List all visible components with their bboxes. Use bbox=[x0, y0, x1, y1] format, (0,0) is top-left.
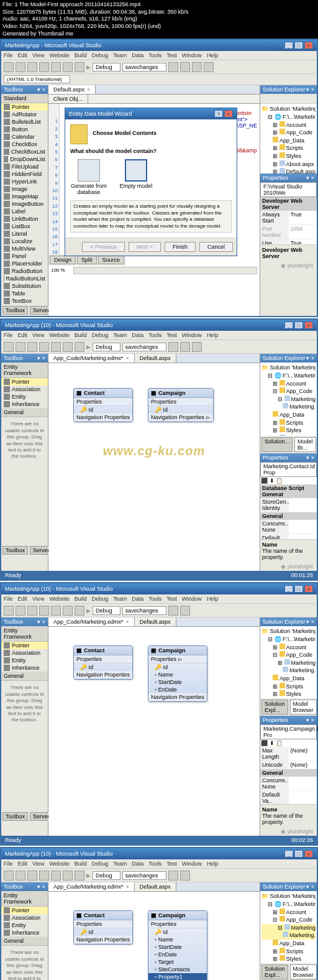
wizard-close-button[interactable]: × bbox=[224, 110, 233, 118]
toolbar-icon[interactable] bbox=[16, 62, 25, 72]
entity-contact[interactable]: ▦ Contact Properties 🔑 Id Navigation Pro… bbox=[73, 910, 133, 945]
toolbar-icon[interactable] bbox=[51, 62, 61, 72]
cancel-button[interactable]: Cancel bbox=[199, 242, 233, 252]
toolbox-item-imagebutton[interactable]: ImageButton bbox=[1, 200, 48, 208]
props-select[interactable]: F:\Visual Studio 2010\We bbox=[260, 182, 317, 197]
toolbox-entity[interactable]: Entity bbox=[1, 393, 48, 400]
maximize-button[interactable]: □ bbox=[294, 321, 303, 329]
solution-tree[interactable]: 📁 Solution 'MarketingApp' (10) ⊟ 🌐 F:\..… bbox=[260, 104, 317, 173]
toolbox-item-textbox[interactable]: TextBox bbox=[1, 297, 48, 305]
close-button[interactable]: × bbox=[304, 42, 313, 49]
window-titlebar[interactable]: MarketingApp - Microsoft Visual Studio _… bbox=[1, 40, 317, 51]
toolbox-item-radiobuttonlist[interactable]: RadioButtonList bbox=[1, 275, 48, 282]
toolbar-icon[interactable] bbox=[75, 62, 84, 72]
entity-campaign[interactable]: ▦Campaign Properties 🔑 Id Navigation Pro… bbox=[148, 388, 214, 422]
wizard-buttons: < Previous Next > Finish Cancel bbox=[65, 238, 237, 256]
toolbox-item-bulletedlist[interactable]: BulletedList bbox=[1, 118, 48, 126]
toolbox-item-image[interactable]: Image bbox=[1, 185, 48, 193]
toolbox-item-hiddenfield[interactable]: HiddenField bbox=[1, 170, 48, 178]
opt-generate-db[interactable]: Generate from database bbox=[70, 159, 107, 195]
opt-empty-model[interactable]: Empty model bbox=[117, 159, 155, 195]
toolbox-item-table[interactable]: Table bbox=[1, 290, 48, 297]
close-icon: × bbox=[87, 86, 90, 93]
toolbox-item-linkbutton[interactable]: LinkButton bbox=[1, 215, 48, 223]
toolbox-item-calendar[interactable]: Calendar bbox=[1, 133, 48, 141]
toolbox-item-button[interactable]: Button bbox=[1, 126, 48, 133]
toolbox-item-listbox[interactable]: ListBox bbox=[1, 223, 48, 230]
toolbar-icon[interactable] bbox=[4, 342, 14, 352]
toolbox-section-general[interactable]: General bbox=[1, 408, 48, 417]
toolbox-item-placeholder[interactable]: PlaceHolder bbox=[1, 260, 48, 267]
toolbox-panel: Toolbox▾ × Entity Framework Pointer Asso… bbox=[1, 354, 48, 571]
toolbox-item-substitution[interactable]: Substitution bbox=[1, 282, 48, 290]
toolbox-item-fileupload[interactable]: FileUpload bbox=[1, 163, 48, 170]
entity-contact[interactable]: ▦Contact Properties 🔑 Id Navigation Prop… bbox=[73, 388, 133, 422]
entity-contact[interactable]: ▦ Contact Properties 🔑 Id Navigation Pro… bbox=[73, 645, 133, 680]
help-button[interactable]: ? bbox=[214, 110, 223, 118]
toolbar-icon[interactable] bbox=[204, 62, 214, 72]
toolbar-icon[interactable] bbox=[192, 62, 202, 72]
minimize-button[interactable]: _ bbox=[284, 321, 293, 329]
toolbox-section-standard[interactable]: Standard bbox=[1, 94, 48, 103]
main-toolbar[interactable]: ▶ Debug savechanges bbox=[1, 60, 317, 74]
toolbox-inheritance[interactable]: Inheritance bbox=[1, 400, 48, 408]
entity-campaign[interactable]: ▦ Campaign Properties 🔑 Id ▫ Name ▫ Star… bbox=[148, 910, 207, 980]
maximize-button[interactable]: □ bbox=[294, 42, 303, 49]
wizard-heading: Choose Model Contents bbox=[93, 130, 157, 136]
document-tabs[interactable]: App_Code/Marketing.edmx*× Default.aspx bbox=[48, 354, 260, 363]
solution-explorer-header[interactable]: Solution Explorer▾ × bbox=[260, 85, 317, 94]
menu-bar[interactable]: FileEditViewWebsiteBuildDebugTeamDataToo… bbox=[1, 51, 317, 60]
toolbox-item-checkboxlist[interactable]: CheckBoxList bbox=[1, 148, 48, 155]
document-tabs[interactable]: Default.aspx× bbox=[48, 85, 260, 95]
toolbox-item-adrotator[interactable]: AdRotator bbox=[1, 111, 48, 118]
toolbox-item-pointer[interactable]: Pointer bbox=[1, 103, 48, 111]
toolbar-icon[interactable] bbox=[63, 62, 73, 72]
vs-window-4: MarketingApp (10) - Microsoft Visual Stu… bbox=[0, 847, 318, 980]
design-tabs[interactable]: DesignSplitSource bbox=[48, 254, 125, 266]
toolbar-icon[interactable] bbox=[27, 62, 37, 72]
toolbox-item-hyperlink[interactable]: HyperLink bbox=[1, 178, 48, 185]
sub-toolbar[interactable]: (XHTML 1.0 Transitional) bbox=[1, 74, 317, 85]
findtext-select[interactable]: savechanges bbox=[122, 343, 166, 351]
tab-default[interactable]: Default.aspx bbox=[135, 354, 176, 363]
config-select[interactable]: Debug bbox=[93, 63, 120, 72]
toolbox-item-literal[interactable]: Literal bbox=[1, 230, 48, 238]
horizontal-scrollbar[interactable] bbox=[73, 267, 257, 274]
toolbox-header[interactable]: Toolbox▾ × bbox=[1, 85, 48, 94]
toolbox-item-checkbox[interactable]: CheckBox bbox=[1, 141, 48, 148]
config-select[interactable]: Debug bbox=[93, 343, 120, 351]
toolbar-icon[interactable] bbox=[4, 62, 14, 72]
toolbox-item-label[interactable]: Label bbox=[1, 208, 48, 215]
toolbox-item-localize[interactable]: Localize bbox=[1, 238, 48, 245]
status-bar: Ready00:01:25 bbox=[1, 571, 317, 580]
toolbox-item-imagemap[interactable]: ImageMap bbox=[1, 193, 48, 200]
window-titlebar[interactable]: MarketingApp (10) - Microsoft Visual Stu… bbox=[1, 320, 317, 331]
entity-campaign[interactable]: ▦ Campaign Properties ▻ 🔑 Id ▫ Name ▫ St… bbox=[148, 645, 207, 702]
tab-client[interactable]: Client Obj... bbox=[48, 95, 88, 103]
findtext-select[interactable]: savechanges bbox=[122, 63, 166, 72]
tab-default[interactable]: Default.aspx× bbox=[48, 85, 96, 94]
tab-edmx[interactable]: App_Code/Marketing.edmx*× bbox=[48, 354, 135, 363]
main-toolbar[interactable]: ▶ Debug savechanges bbox=[1, 340, 317, 354]
toolbox-item-radiobutton[interactable]: RadioButton bbox=[1, 267, 48, 275]
minimize-button[interactable]: _ bbox=[284, 42, 293, 49]
toolbox-bottom-tabs[interactable]: ToolboxServer... bbox=[1, 305, 48, 316]
toolbar-icon[interactable] bbox=[39, 62, 49, 72]
toolbox-pointer[interactable]: Pointer bbox=[1, 378, 48, 386]
zoom-level[interactable]: 100 % bbox=[51, 267, 65, 273]
menu-bar[interactable]: FileEditViewWebsiteBuildDebugTeamDataToo… bbox=[1, 331, 317, 340]
toolbox-item-dropdownlist[interactable]: DropDownList bbox=[1, 155, 48, 163]
menu-bar[interactable]: FileEditViewWebsiteBuildDebugTeamDataToo… bbox=[1, 859, 317, 869]
toolbar-icon[interactable] bbox=[180, 62, 190, 72]
vs-window-3: MarketingApp (10) - Microsoft Visual Stu… bbox=[0, 582, 318, 846]
toolbox-association[interactable]: Association bbox=[1, 386, 48, 393]
generate-db-icon bbox=[78, 159, 100, 182]
toolbox-item-multiview[interactable]: MultiView bbox=[1, 245, 48, 252]
close-button[interactable]: × bbox=[304, 321, 313, 329]
finish-button[interactable]: Finish bbox=[165, 242, 196, 252]
toolbox-item-panel[interactable]: Panel bbox=[1, 252, 48, 260]
properties-header[interactable]: Properties▾ × bbox=[260, 173, 317, 182]
menu-bar[interactable]: FileEditViewWebsiteBuildDebugTeamDataToo… bbox=[1, 594, 317, 604]
toolbar-icon[interactable] bbox=[168, 62, 178, 72]
toolbox-section-ef[interactable]: Entity Framework bbox=[1, 363, 48, 378]
